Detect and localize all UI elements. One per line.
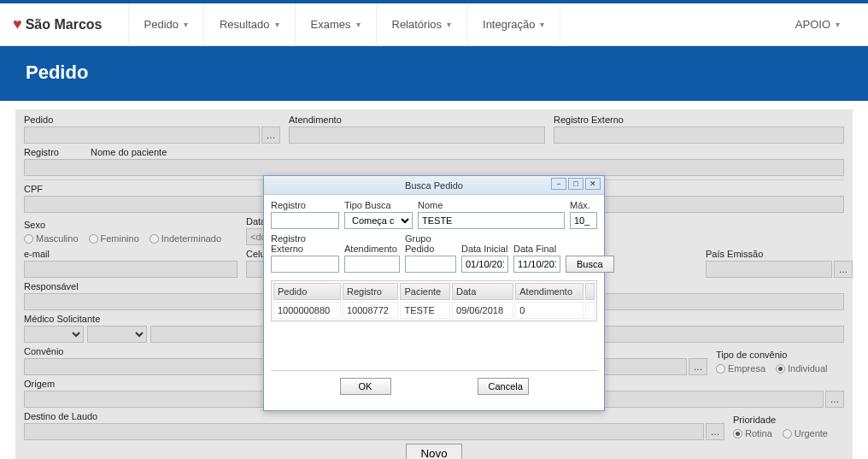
nav-item-pedido[interactable]: Pedido▾	[128, 3, 203, 46]
label-registro: Registro	[24, 147, 82, 157]
page-title: Pedido	[0, 46, 868, 101]
cancel-button[interactable]: Cancela	[478, 378, 529, 395]
busca-pedido-modal: Busca Pedido − □ ✕ Registro Tipo BuscaCo…	[263, 175, 605, 411]
sexo-radio-group: Masculino Feminino Indeterminado	[24, 232, 238, 245]
nav-item-integracao[interactable]: Integração▾	[466, 3, 560, 46]
registro-nome-input[interactable]	[24, 159, 844, 176]
label-tipo-convenio: Tipo de convênio	[716, 350, 844, 360]
results-table: Pedido Registro Paciente Data Atendiment…	[271, 280, 597, 321]
modal-max-input[interactable]	[570, 212, 597, 229]
novo-button[interactable]: Novo	[406, 444, 461, 459]
minimize-icon[interactable]: −	[551, 178, 566, 190]
nav-item-relatorios[interactable]: Relatórios▾	[376, 3, 467, 46]
col-registro[interactable]: Registro	[343, 283, 398, 300]
convenio-lookup-button[interactable]: …	[689, 358, 707, 375]
nav-item-exames[interactable]: Exames▾	[295, 3, 376, 46]
heart-icon: ♥	[13, 15, 22, 33]
nav-item-apoio[interactable]: APOIO▾	[780, 3, 855, 46]
brand-text: São Marcos	[26, 17, 103, 32]
chevron-down-icon: ▾	[540, 20, 544, 29]
chevron-down-icon: ▾	[184, 20, 188, 29]
col-atendimento[interactable]: Atendimento	[515, 283, 584, 300]
nav-item-resultado[interactable]: Resultado▾	[203, 3, 295, 46]
modal-title-text: Busca Pedido	[405, 180, 463, 191]
medico-select-2[interactable]	[87, 326, 147, 343]
radio-urgente[interactable]: Urgente	[783, 428, 828, 438]
navbar: ♥ São Marcos Pedido▾ Resultado▾ Exames▾ …	[0, 3, 868, 46]
modal-tipo-busca-select[interactable]: Começa com	[344, 212, 413, 229]
pais-emissao-lookup-button[interactable]: …	[834, 261, 853, 278]
modal-data-final-input[interactable]	[513, 256, 560, 273]
pedido-lookup-button[interactable]: …	[261, 127, 280, 144]
label-sexo: Sexo	[24, 220, 238, 230]
table-row[interactable]: 1000000880 10008772 TESTE 09/06/2018 0	[273, 302, 595, 319]
col-paciente[interactable]: Paciente	[400, 283, 450, 300]
radio-rotina[interactable]: Rotina	[733, 428, 772, 438]
maximize-icon[interactable]: □	[568, 178, 584, 190]
prioridade-radio-group: Rotina Urgente	[733, 427, 844, 440]
radio-feminino[interactable]: Feminino	[89, 233, 139, 244]
tipo-convenio-radio-group: Empresa Individual	[716, 362, 844, 375]
destino-input[interactable]	[24, 423, 704, 440]
modal-nome-input[interactable]	[418, 212, 565, 229]
label-destino: Destino de Laudo	[24, 411, 724, 421]
email-input[interactable]	[24, 261, 238, 278]
medico-select-1[interactable]	[24, 326, 84, 343]
ok-button[interactable]: OK	[340, 378, 391, 395]
modal-grupo-pedido-input[interactable]	[405, 256, 456, 273]
label-email: e-mail	[24, 249, 238, 259]
col-pedido[interactable]: Pedido	[273, 283, 341, 300]
atendimento-input[interactable]	[289, 127, 545, 144]
pedido-input[interactable]	[24, 127, 260, 144]
label-pedido: Pedido	[24, 115, 280, 125]
radio-empresa[interactable]: Empresa	[716, 363, 765, 374]
label-registro-externo: Registro Externo	[554, 115, 844, 125]
chevron-down-icon: ▾	[356, 20, 361, 29]
radio-masculino[interactable]: Masculino	[24, 233, 79, 244]
chevron-down-icon: ▾	[275, 20, 279, 29]
pais-emissao-input[interactable]	[706, 261, 832, 278]
chevron-down-icon: ▾	[447, 20, 451, 29]
modal-title-bar[interactable]: Busca Pedido − □ ✕	[264, 176, 604, 195]
label-atendimento: Atendimento	[289, 115, 545, 125]
destino-lookup-button[interactable]: …	[706, 423, 724, 440]
modal-registro-input[interactable]	[271, 212, 339, 229]
origem-lookup-button[interactable]: …	[825, 391, 844, 408]
chevron-down-icon: ▾	[836, 20, 840, 29]
radio-indeterminado[interactable]: Indeterminado	[150, 233, 221, 244]
busca-button[interactable]: Busca	[566, 256, 614, 273]
col-blank[interactable]	[585, 283, 595, 300]
nav-menu: Pedido▾ Resultado▾ Exames▾ Relatórios▾ I…	[128, 3, 780, 46]
col-data[interactable]: Data	[452, 283, 513, 300]
label-pais-emissao: País Emissão	[706, 249, 853, 259]
close-icon[interactable]: ✕	[585, 178, 601, 190]
modal-data-inicial-input[interactable]	[461, 256, 508, 273]
registro-externo-input[interactable]	[554, 127, 844, 144]
radio-individual[interactable]: Individual	[776, 363, 827, 374]
modal-atendimento-input[interactable]	[344, 256, 400, 273]
label-nome-paciente: Nome do paciente	[91, 147, 844, 157]
logo: ♥ São Marcos	[13, 15, 103, 33]
label-prioridade: Prioridade	[733, 415, 844, 425]
modal-registro-externo-input[interactable]	[271, 256, 339, 273]
